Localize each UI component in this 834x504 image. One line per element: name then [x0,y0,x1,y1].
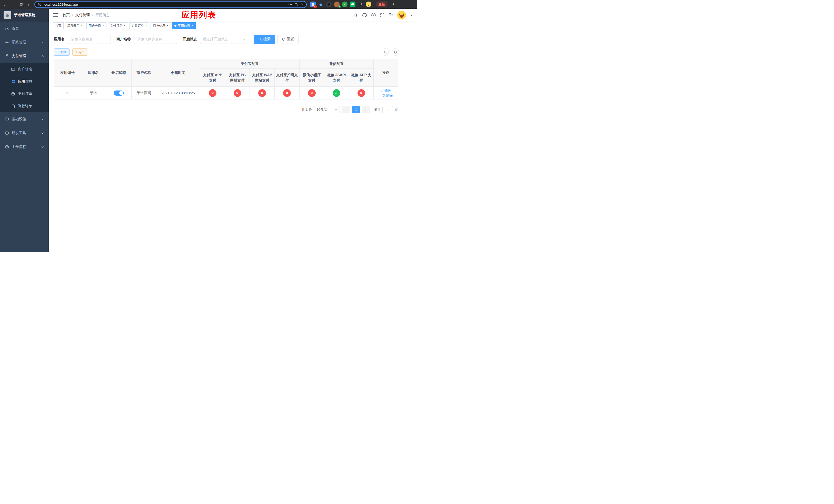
info-icon[interactable] [38,3,42,6]
home-icon[interactable]: ⌂ [26,2,32,7]
breadcrumb-payment[interactable]: 支付管理 [75,13,90,18]
sidebar-item-label: 基础设施 [12,117,26,121]
extensions-puzzle-icon[interactable] [358,2,364,7]
sidebar-item-infrastructure[interactable]: 基础设施 [0,112,49,126]
sidebar-item-dev-tools[interactable]: 研发工具 [0,126,49,140]
sidebar-item-system[interactable]: 系统管理 [0,36,49,49]
filter-merchant-name: 商户名称 [116,35,177,44]
gear-icon [5,40,9,44]
breadcrumb-home[interactable]: 首页 [63,13,70,18]
merchant-name-input[interactable] [134,35,177,44]
sidebar-item-label: 支付订单 [18,92,32,96]
tab-process-form[interactable]: 流程表单 × [65,22,85,29]
search-button-label: 搜索 [263,37,270,42]
back-icon[interactable]: ← [3,2,8,7]
user-avatar[interactable] [397,11,406,20]
sidebar-item-refund-order[interactable]: 退款订单 [0,100,49,112]
status-toggle[interactable] [114,91,124,96]
tab-user-group[interactable]: 用户分组 × [86,22,107,29]
cell-wx-mini: × [300,87,324,99]
add-button[interactable]: + 新增 [54,48,70,55]
table-tools [381,48,399,55]
merchant-name-label: 商户名称 [116,37,131,42]
close-icon[interactable]: × [81,24,83,27]
key-icon[interactable] [288,3,292,6]
avatar-eye [403,14,404,15]
page-title: 应用列表 [181,9,216,21]
page-number-1[interactable]: 1 [352,106,360,113]
tab-refund-order[interactable]: 退款订单 × [129,22,150,29]
main-content: 应用名 商户名称 开启状态 请选择开启状态 搜索 重置 + 新增 [49,30,417,252]
toggle-search-icon[interactable] [381,48,389,55]
extension-face-icon[interactable] [366,2,371,7]
fullscreen-icon[interactable] [380,13,385,18]
search-icon[interactable] [353,13,358,18]
close-icon[interactable]: × [124,24,126,27]
share-icon[interactable] [294,3,298,6]
extension-chat-icon[interactable] [350,2,355,7]
collapse-sidebar-icon[interactable] [53,13,58,17]
close-icon[interactable]: × [191,24,193,27]
status-badge: × [258,89,266,97]
status-badge: ✓ [333,89,340,97]
col-header-wx-jsapi: 微信 JSAPI 支付 [324,69,349,87]
col-header-id: 应用编号 [54,59,81,87]
close-icon[interactable]: × [167,24,169,27]
extension-check-icon[interactable]: ✓ [342,2,348,7]
sidebar-item-pay-order[interactable]: 支付订单 [0,88,49,100]
tab-label: 流程表单 [67,24,80,28]
extension-avatar-icon[interactable]: 1 [334,2,339,7]
group-header-alipay: 支付宝配置 [200,59,300,69]
sidebar-item-payment[interactable]: ¥ 支付管理 [0,49,49,63]
reset-button[interactable]: 重置 [278,35,299,44]
cell-actions: 修改 删除 [374,87,398,99]
next-page-button[interactable]: › [362,106,370,113]
forward-icon[interactable]: → [10,2,16,7]
browser-menu-icon[interactable]: ⋮ [391,2,395,7]
sidebar-item-home[interactable]: 首页 [0,22,49,36]
chrome-update-button[interactable]: 更新 [376,1,388,7]
tab-label: 用户分组 [89,24,101,28]
status-select-placeholder: 请选择开启状态 [203,37,228,42]
edit-button[interactable]: 修改 [380,88,391,93]
extension-dark-icon[interactable] [326,2,332,7]
cell-merchant: 芋道源码 [132,87,156,99]
avatar-caret-icon[interactable] [410,15,413,17]
sidebar-item-label: 工作流程 [12,144,26,149]
prev-page-button[interactable]: ‹ [342,106,350,113]
sidebar-item-workflow[interactable]: 工作流程 [0,140,49,154]
payment-submenu: 商户信息 应用信息 支付订单 退款订单 [0,63,49,112]
refresh-icon[interactable] [392,48,399,55]
help-icon[interactable]: ? [371,13,376,18]
sidebar-item-merchant-info[interactable]: 商户信息 [0,63,49,75]
tab-app-info[interactable]: 应用信息 × [172,22,196,29]
goto-page-input[interactable] [382,106,393,113]
address-bar[interactable]: localhost:1024/pay/app ☆ [35,1,307,8]
chevron-down-icon [335,109,337,112]
delete-button[interactable]: 删除 [382,93,393,98]
export-button[interactable]: ↓ 导出 [72,48,88,55]
cell-wx-app: × [349,87,374,99]
search-button[interactable]: 搜索 [254,35,275,44]
reload-icon[interactable] [19,2,24,7]
tab-home[interactable]: 首页 [53,22,64,29]
font-size-icon[interactable]: TT [389,13,393,18]
sidebar-item-label: 退款订单 [18,104,32,109]
order-icon [11,92,15,96]
cell-created: 2021-10-23 08:49:25 [156,87,200,99]
tab-merchant-info[interactable]: 商户信息 × [151,22,171,29]
sidebar-item-app-info[interactable]: 应用信息 [0,75,49,88]
close-icon[interactable]: × [102,24,104,27]
tab-pay-order[interactable]: 支付订单 × [108,22,128,29]
sidebar-item-label: 系统管理 [12,40,26,45]
table-row: 6 芋道 芋道源码 2021-10-23 08:49:25 × × × × × … [54,87,398,99]
extension-diamond-icon[interactable]: ◆ [318,2,324,7]
page-size-select[interactable]: 10条/页 [314,106,340,113]
close-icon[interactable]: × [145,24,147,27]
app-name-input[interactable] [68,35,111,44]
status-select[interactable]: 请选择开启状态 [200,35,248,44]
extension-apps-icon[interactable]: 10 [310,2,316,7]
bookmark-star-icon[interactable]: ☆ [300,3,303,6]
total-count: 共 1 条 [302,108,312,112]
github-icon[interactable] [362,13,367,18]
